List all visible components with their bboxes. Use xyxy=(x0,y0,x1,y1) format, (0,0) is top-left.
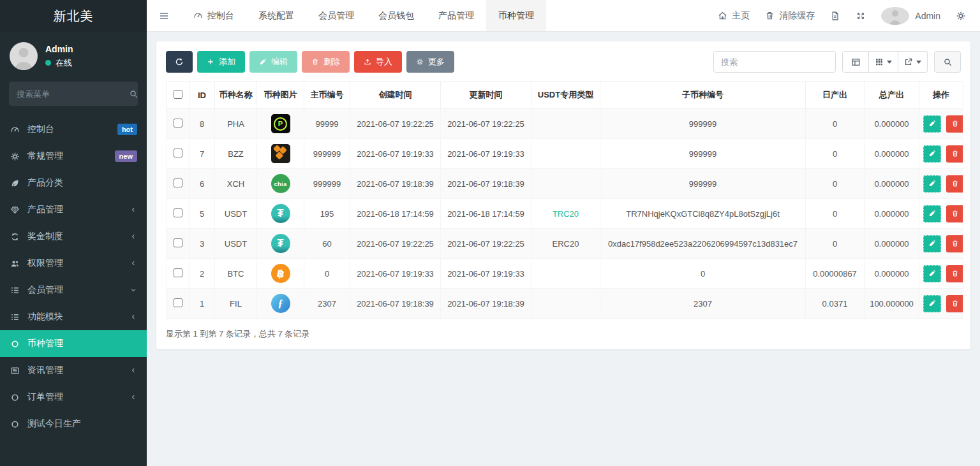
row-checkbox[interactable] xyxy=(174,268,182,277)
row-edit-button[interactable] xyxy=(923,235,941,252)
clear-cache-link[interactable]: 清除缓存 xyxy=(765,10,815,22)
sidebar-item-modules[interactable]: 功能模块 xyxy=(0,303,147,330)
cell-id: 6 xyxy=(189,169,215,199)
edit-button[interactable]: 编辑 xyxy=(249,51,297,73)
col-name: 币种名称 xyxy=(215,82,257,109)
home-link[interactable]: 主页 xyxy=(718,10,750,22)
row-delete-button[interactable] xyxy=(946,235,963,252)
sidebar-item-currency[interactable]: 币种管理 xyxy=(0,330,147,357)
row-checkbox[interactable] xyxy=(174,178,182,187)
cell-daily-output: 0.0371 xyxy=(806,289,865,319)
table-row: 6 XCH chia 999999 2021-06-07 19:18:39 20… xyxy=(167,169,963,199)
circle-icon xyxy=(10,393,20,402)
cell-total-output: 0.000000 xyxy=(865,259,919,289)
user-menu[interactable]: Admin xyxy=(881,7,940,25)
fullscreen-icon[interactable] xyxy=(856,11,866,21)
brand-title: 新北美 xyxy=(0,0,147,32)
pencil-icon xyxy=(928,150,936,157)
row-delete-button[interactable] xyxy=(946,295,963,312)
list-icon xyxy=(10,286,20,295)
cell-updated: 2021-06-07 19:18:39 xyxy=(441,289,531,319)
cell-daily-output: 0.00000867 xyxy=(806,259,865,289)
sidebar-item-bonus[interactable]: 奖金制度 xyxy=(0,223,147,250)
settings-gear-icon[interactable] xyxy=(956,11,966,21)
cell-main-no: 2307 xyxy=(304,289,350,319)
table-search-input[interactable] xyxy=(713,51,836,73)
row-edit-button[interactable] xyxy=(923,265,941,282)
tab-dashboard[interactable]: 控制台 xyxy=(181,0,246,31)
sidebar-item-product-category[interactable]: 产品分类 xyxy=(0,170,147,196)
delete-button[interactable]: 删除 xyxy=(302,51,350,73)
leaf-icon xyxy=(10,178,20,188)
trash-icon xyxy=(951,150,959,157)
export-button[interactable] xyxy=(898,51,928,73)
col-updated: 更新时间 xyxy=(441,82,531,109)
cell-total-output: 0.000000 xyxy=(865,199,919,229)
sidebar-item-members[interactable]: 会员管理 xyxy=(0,277,147,303)
columns-button[interactable] xyxy=(869,51,898,73)
detail-view-button[interactable] xyxy=(842,51,869,73)
add-button[interactable]: 添加 xyxy=(197,51,245,73)
cell-sub-no: 0xdac17f958d2ee523a2206206994597c13d831e… xyxy=(600,229,806,259)
sidebar-item-general[interactable]: 常规管理 new xyxy=(0,143,147,170)
pencil-icon xyxy=(928,270,936,277)
pencil-icon xyxy=(928,180,936,187)
sidebar-item-product-manage[interactable]: 产品管理 xyxy=(0,196,147,223)
top-navbar: 控制台 系统配置 会员管理 会员钱包 产品管理 币种管理 主页 清除缓存 xyxy=(147,0,980,32)
search-toggle-button[interactable] xyxy=(934,51,961,73)
coin-icon: chia xyxy=(271,174,290,193)
col-total-output: 总产出 xyxy=(865,82,919,109)
row-delete-button[interactable] xyxy=(946,145,963,163)
language-doc-icon[interactable] xyxy=(830,11,840,21)
import-button[interactable]: 导入 xyxy=(354,51,402,73)
row-checkbox[interactable] xyxy=(174,149,182,157)
col-usdt-type: USDT专用类型 xyxy=(531,82,600,109)
row-delete-button[interactable] xyxy=(946,175,963,193)
row-edit-button[interactable] xyxy=(923,205,941,222)
plus-icon xyxy=(207,58,214,66)
row-checkbox[interactable] xyxy=(174,119,182,127)
row-checkbox[interactable] xyxy=(174,238,182,247)
grid-icon xyxy=(875,57,884,66)
more-button[interactable]: 更多 xyxy=(406,51,454,73)
sidebar-menu: 控制台 hot 常规管理 new 产品分类 产品管理 奖金制度 xyxy=(0,116,147,466)
row-edit-button[interactable] xyxy=(923,115,941,133)
menu-search-input[interactable] xyxy=(17,89,129,99)
row-edit-button[interactable] xyxy=(923,295,941,312)
cell-daily-output: 0 xyxy=(806,229,865,259)
caret-down-icon xyxy=(887,61,892,64)
cell-created: 2021-06-07 19:18:39 xyxy=(350,169,441,199)
trash-icon xyxy=(951,180,959,187)
tab-members[interactable]: 会员管理 xyxy=(306,0,366,31)
tab-member-wallet[interactable]: 会员钱包 xyxy=(366,0,426,31)
row-delete-button[interactable] xyxy=(946,115,963,133)
hamburger-icon[interactable] xyxy=(147,0,181,31)
row-delete-button[interactable] xyxy=(946,265,963,282)
cell-total-output: 100.000000 xyxy=(865,289,919,319)
sidebar-item-news[interactable]: 资讯管理 xyxy=(0,357,147,384)
cell-updated: 2021-06-07 19:22:25 xyxy=(441,229,531,259)
chevron-left-icon xyxy=(130,393,137,401)
sidebar-item-test-production[interactable]: 测试今日生产 xyxy=(0,411,147,437)
home-icon xyxy=(718,11,727,20)
sidebar-item-permissions[interactable]: 权限管理 xyxy=(0,250,147,277)
row-edit-button[interactable] xyxy=(923,175,941,193)
pencil-icon xyxy=(928,300,936,307)
table-row: 3 USDT ₮ 60 2021-06-07 19:22:25 2021-06-… xyxy=(167,229,963,259)
row-delete-button[interactable] xyxy=(946,205,963,222)
row-checkbox[interactable] xyxy=(174,298,182,307)
tab-products[interactable]: 产品管理 xyxy=(426,0,486,31)
sidebar-item-orders[interactable]: 订单管理 xyxy=(0,384,147,411)
cell-id: 3 xyxy=(189,229,215,259)
row-edit-button[interactable] xyxy=(923,145,941,163)
cell-updated: 2021-06-07 19:22:25 xyxy=(441,109,531,139)
chevron-left-icon xyxy=(130,259,137,267)
cell-created: 2021-06-18 17:14:59 xyxy=(350,199,441,229)
select-all-checkbox[interactable] xyxy=(174,90,182,99)
tab-system-config[interactable]: 系统配置 xyxy=(246,0,306,31)
refresh-button[interactable] xyxy=(166,51,193,73)
tab-currency[interactable]: 币种管理 xyxy=(486,0,546,31)
sidebar-item-dashboard[interactable]: 控制台 hot xyxy=(0,116,147,143)
row-checkbox[interactable] xyxy=(174,208,182,217)
cell-main-no: 999999 xyxy=(304,139,350,169)
